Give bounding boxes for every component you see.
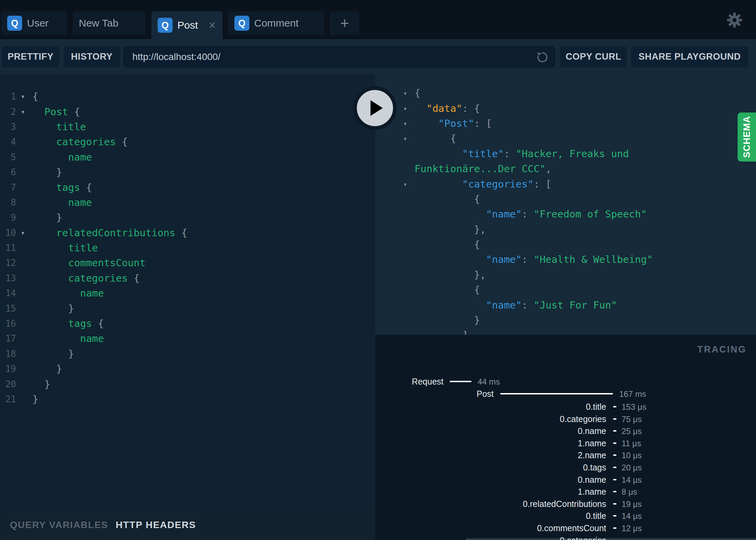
editor-line: 2▾ Post {: [0, 104, 375, 119]
code-text: },: [415, 224, 486, 235]
code-text: tags {: [30, 318, 104, 329]
tab-comment[interactable]: QComment: [228, 11, 324, 35]
tracing-duration-bar: [500, 393, 613, 394]
line-number: 20: [0, 379, 16, 389]
token-f: tags: [68, 318, 92, 329]
schema-tab[interactable]: SCHEMA: [738, 112, 756, 162]
response-line: {: [375, 282, 756, 297]
tracing-row: 1.name8 μs: [375, 486, 756, 497]
code-text: }: [30, 303, 74, 314]
code-text: {: [415, 284, 480, 296]
tab-post[interactable]: QPost✕: [151, 11, 222, 39]
line-number: 8: [0, 197, 16, 208]
fold-caret-icon[interactable]: ▾: [375, 135, 415, 142]
schema-tab-label: SCHEMA: [742, 116, 752, 158]
tab-user[interactable]: QUser: [1, 11, 67, 35]
token-f: relatedContributions: [56, 227, 175, 239]
tracing-duration-value: 10 μs: [622, 451, 642, 460]
tracing-duration-value: 14 μs: [622, 511, 642, 521]
new-tab-button[interactable]: +: [330, 11, 359, 35]
tracing-duration-value: 25 μs: [622, 426, 642, 436]
token-p: {: [92, 318, 104, 329]
query-editor[interactable]: 1▾{2▾ Post {3 title4 categories {5 name6…: [0, 74, 375, 510]
line-number: 13: [0, 273, 16, 283]
response-line: "title": "Hacker, Freaks und: [375, 146, 756, 161]
history-button[interactable]: HISTORY: [64, 46, 120, 68]
query-badge: Q: [7, 16, 22, 31]
token-k: "title": [462, 148, 504, 160]
query-variables-tab[interactable]: QUERY VARIABLES: [10, 520, 108, 530]
execute-query-button[interactable]: [353, 86, 397, 130]
token-f: categories: [68, 272, 128, 284]
code-text: categories {: [30, 272, 140, 284]
code-text: "categories": [: [415, 178, 552, 190]
token-f: tags: [56, 182, 80, 193]
fold-caret-icon[interactable]: ▾: [16, 92, 30, 101]
copy-curl-button[interactable]: COPY CURL: [560, 46, 627, 68]
tracing-row: 0.categories75 μs: [375, 414, 756, 424]
fold-caret-icon[interactable]: ▾: [16, 229, 30, 237]
endpoint-url-input[interactable]: http://localhost:4000/: [123, 46, 555, 68]
tab-label: Comment: [254, 17, 299, 29]
fold-caret-icon[interactable]: ▾: [16, 108, 30, 116]
code-text: "name": "Freedom of Speech": [415, 208, 647, 220]
tracing-field-label: 0.categories: [375, 414, 606, 424]
editor-line: 18 }: [0, 346, 375, 361]
tracing-duration-value: 8 μs: [622, 487, 637, 497]
token-k: "name": [486, 299, 522, 311]
editor-line: 4 categories {: [0, 134, 375, 149]
tracing-row: 2.name10 μs: [375, 450, 756, 461]
code-text: title: [30, 242, 98, 254]
token-p: {: [474, 239, 480, 250]
settings-gear-icon[interactable]: [727, 12, 742, 28]
code-text: }: [30, 348, 74, 360]
code-text: }: [30, 363, 62, 375]
close-tab-icon[interactable]: ✕: [208, 20, 216, 31]
response-line: {: [375, 237, 756, 252]
line-number: 5: [0, 152, 16, 162]
line-number: 6: [0, 167, 16, 177]
token-p: {: [80, 182, 92, 193]
editor-line: 14 name: [0, 286, 375, 301]
tracing-field-label: 0.categories: [375, 535, 606, 540]
http-headers-tab[interactable]: HTTP HEADERS: [116, 520, 196, 530]
tracing-duration-bar: [613, 406, 616, 407]
code-text: {: [415, 193, 480, 205]
editor-line: 6 }: [0, 165, 375, 180]
fold-caret-icon[interactable]: ▾: [375, 180, 415, 188]
tracing-duration-bar: [613, 430, 616, 432]
prettify-button[interactable]: PRETTIFY: [2, 46, 59, 68]
editor-line: 21}: [0, 392, 375, 407]
code-text: "data": {: [415, 103, 480, 114]
code-text: "name": "Health & Wellbeing": [415, 254, 653, 265]
tracing-row: Post167 ms: [375, 388, 756, 399]
code-text: name: [30, 333, 104, 344]
token-p: :: [504, 148, 516, 160]
share-playground-button[interactable]: SHARE PLAYGROUND: [631, 46, 748, 68]
tab-new-tab[interactable]: New Tab: [73, 11, 146, 35]
token-s: "Just For Fun": [534, 299, 617, 311]
token-p: {: [116, 136, 128, 148]
tracing-field-label: 1.name: [375, 486, 606, 497]
token-p: {: [32, 91, 38, 102]
line-number: 10: [0, 228, 16, 238]
reload-schema-icon[interactable]: [535, 50, 549, 64]
code-text: }: [415, 314, 480, 326]
tracing-duration-bar: [613, 515, 616, 516]
tracing-duration-value: 20 μs: [622, 463, 642, 472]
response-line: ▾ "data": {: [375, 101, 756, 116]
token-p: }: [56, 166, 62, 178]
line-number: 11: [0, 243, 16, 253]
tracing-field-label: 0.relatedContributions: [375, 498, 606, 509]
tracing-field-label: 1.name: [375, 438, 606, 449]
token-p: ,: [546, 163, 551, 175]
code-text: Post {: [30, 106, 80, 118]
editor-line: 5 name: [0, 150, 375, 165]
token-p: {: [474, 284, 480, 296]
line-number: 9: [0, 212, 16, 223]
tracing-duration-value: 14 μs: [622, 475, 642, 485]
toolbar: PRETTIFY HISTORY http://localhost:4000/ …: [0, 39, 756, 74]
token-p: {: [415, 87, 420, 99]
code-text: {: [415, 87, 420, 99]
editor-line: 17 name: [0, 331, 375, 346]
